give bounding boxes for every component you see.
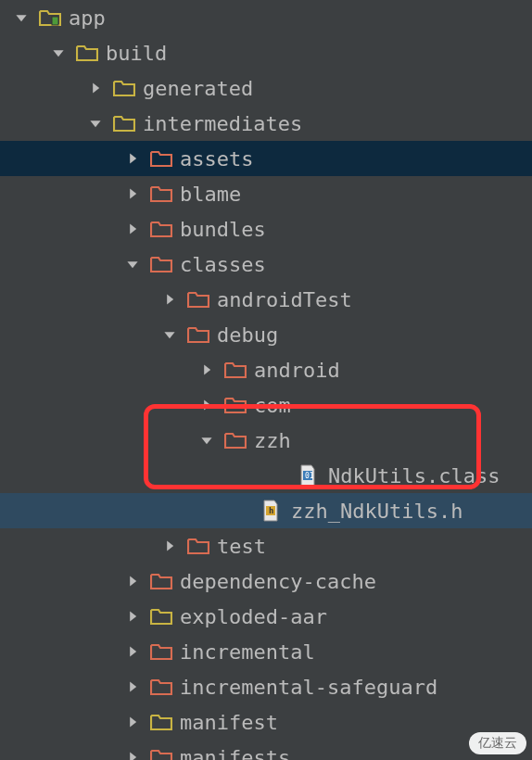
tree-row-build[interactable]: build (0, 35, 532, 70)
arrow-right-icon[interactable] (161, 538, 178, 554)
folder-red-icon (150, 642, 172, 661)
tree-item-label: app (69, 6, 106, 30)
svg-text:h: h (269, 506, 273, 515)
folder-red-icon (150, 678, 172, 696)
tree-row-zzh[interactable]: zzh (0, 423, 532, 458)
folder-yellow-icon (150, 713, 172, 731)
tree-row-generated[interactable]: generated (0, 70, 532, 106)
tree-row-test[interactable]: test (0, 528, 532, 564)
tree-item-label: zzh (254, 429, 291, 452)
arrow-right-icon[interactable] (87, 80, 104, 96)
tree-item-label: assets (180, 147, 253, 171)
tree-row-intermediates[interactable]: intermediates (0, 106, 532, 141)
folder-red-icon (150, 220, 172, 238)
folder-yellow-icon (113, 79, 135, 97)
arrow-down-icon[interactable] (50, 44, 67, 61)
tree-item-label: incremental-safeguard (180, 676, 437, 699)
arrow-down-icon[interactable] (161, 326, 178, 343)
arrow-right-icon[interactable] (124, 608, 141, 625)
folder-red-icon (224, 431, 247, 450)
tree-row-assets[interactable]: assets (0, 141, 532, 176)
watermark-badge: 亿速云 (469, 732, 526, 754)
arrow-right-icon[interactable] (198, 397, 215, 413)
folder-red-icon (150, 184, 172, 203)
folder-red-icon (187, 537, 209, 555)
tree-item-label: debug (217, 323, 278, 347)
folder-yellow-icon (76, 44, 98, 62)
arrow-right-icon[interactable] (161, 291, 178, 308)
folder-red-icon (224, 396, 247, 414)
tree-item-label: dependency-cache (180, 570, 376, 593)
class-file-icon: 01 (298, 466, 321, 485)
arrow-down-icon[interactable] (198, 432, 215, 449)
folder-red-icon (150, 572, 172, 590)
tree-item-label: build (106, 42, 167, 65)
arrow-right-icon[interactable] (124, 185, 141, 202)
svg-rect-0 (52, 17, 58, 25)
arrow-right-icon[interactable] (124, 221, 141, 237)
tree-row-blame[interactable]: blame (0, 176, 532, 211)
tree-row-zzh-ndkutils-h[interactable]: hzzh_NdkUtils.h (0, 493, 532, 528)
tree-item-label: NdkUtils.class (328, 464, 500, 488)
tree-item-label: exploded-aar (180, 605, 327, 628)
arrow-right-icon[interactable] (198, 361, 215, 378)
arrow-down-icon[interactable] (13, 9, 30, 26)
tree-row-android[interactable]: android (0, 352, 532, 387)
tree-item-label: android (254, 359, 340, 382)
tree-row-dependency-cache[interactable]: dependency-cache (0, 564, 532, 599)
arrow-right-icon[interactable] (124, 150, 141, 167)
tree-row-bundles[interactable]: bundles (0, 211, 532, 247)
arrow-down-icon[interactable] (87, 115, 104, 132)
tree-row-incremental-safeguard[interactable]: incremental-safeguard (0, 669, 532, 704)
arrow-spacer (235, 502, 252, 519)
svg-text:01: 01 (305, 472, 314, 480)
tree-item-label: manifest (180, 711, 278, 734)
folder-yellow-icon (150, 607, 172, 626)
tree-row-exploded-aar[interactable]: exploded-aar (0, 599, 532, 634)
tree-row-com[interactable]: com (0, 387, 532, 423)
arrow-right-icon[interactable] (124, 573, 141, 589)
h-file-icon: h (261, 501, 284, 520)
tree-item-label: blame (180, 183, 241, 206)
tree-row-androidtest[interactable]: androidTest (0, 282, 532, 317)
folder-yellow-icon (113, 114, 135, 133)
folder-red-icon (187, 290, 209, 309)
tree-item-label: manifests (180, 746, 290, 761)
tree-row-ndkutils-class[interactable]: 01NdkUtils.class (0, 458, 532, 493)
tree-item-label: bundles (180, 218, 266, 241)
tree-item-label: intermediates (143, 112, 302, 135)
folder-red-icon (150, 255, 172, 273)
folder-red-icon (150, 748, 172, 760)
folder-red-icon (150, 149, 172, 168)
tree-row-incremental[interactable]: incremental (0, 634, 532, 669)
tree-item-label: incremental (180, 640, 315, 664)
tree-row-classes[interactable]: classes (0, 247, 532, 282)
tree-item-label: com (254, 394, 291, 417)
arrow-right-icon[interactable] (124, 749, 141, 760)
project-tree: appbuildgeneratedintermediatesassetsblam… (0, 0, 532, 760)
tree-row-manifests[interactable]: manifests (0, 740, 532, 760)
tree-item-label: classes (180, 253, 266, 276)
arrow-down-icon[interactable] (124, 256, 141, 272)
tree-row-manifest[interactable]: manifest (0, 704, 532, 740)
tree-item-label: zzh_NdkUtils.h (291, 500, 462, 523)
arrow-right-icon[interactable] (124, 678, 141, 695)
tree-row-app[interactable]: app (0, 0, 532, 35)
folder-red-icon (224, 361, 247, 379)
folder-red-icon (187, 325, 209, 344)
arrow-right-icon[interactable] (124, 714, 141, 730)
tree-item-label: androidTest (217, 288, 352, 311)
tree-item-label: test (217, 535, 266, 558)
module-icon (39, 8, 61, 27)
tree-item-label: generated (143, 77, 253, 100)
tree-row-debug[interactable]: debug (0, 317, 532, 352)
arrow-spacer (272, 467, 289, 484)
arrow-right-icon[interactable] (124, 643, 141, 660)
